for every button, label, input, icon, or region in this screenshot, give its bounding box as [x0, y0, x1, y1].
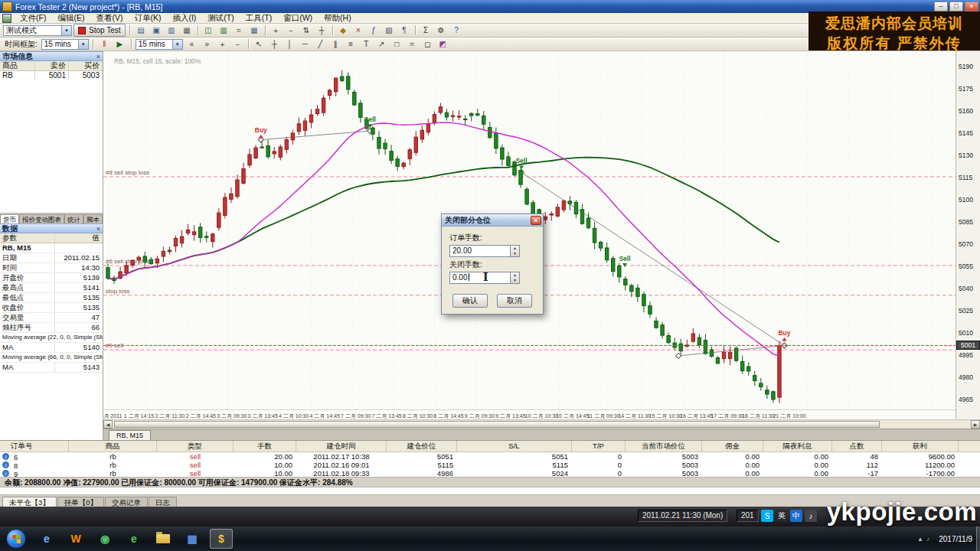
zoom-out-icon[interactable]: － [284, 24, 299, 37]
grid-icon[interactable]: ▦ [247, 24, 262, 37]
start-button[interactable] [6, 529, 26, 549]
dialog-titlebar[interactable]: 关闭部分仓位 × [442, 214, 543, 227]
save-project-icon[interactable]: ▣ [149, 24, 164, 37]
camera-icon[interactable]: ◉ [93, 529, 116, 549]
settings-icon[interactable]: ⚙ [434, 24, 449, 37]
menu-item[interactable]: 文件(F) [15, 13, 51, 24]
menu-item[interactable]: 工具(T) [240, 13, 277, 24]
eraser-icon[interactable]: ◻ [420, 37, 435, 51]
fibonacci-icon[interactable]: ≡ [344, 37, 358, 51]
menu-item[interactable]: 帮助(H) [318, 13, 357, 24]
time-axis[interactable]: 1 二月 20111 二月 14:152 二月 11:302 二月 14:453… [103, 409, 956, 420]
spinner-down-icon[interactable]: ▼ [511, 251, 519, 256]
crosshair-tool-icon[interactable]: ┼ [267, 37, 282, 51]
stop-test-button[interactable]: Stop Test [74, 24, 126, 37]
zoom-in-icon[interactable]: ＋ [269, 24, 283, 37]
scroll-left-icon[interactable]: ◀ [103, 420, 113, 429]
order-row[interactable]: i6rbsell20.002011.02.17 10:3850515051050… [0, 452, 980, 461]
orders-tab[interactable]: 未平仓【3】 [2, 497, 57, 507]
orders-tab[interactable]: 交易记录 [105, 497, 148, 507]
close-lots-input[interactable]: 0.00 [449, 272, 510, 284]
tray-expand-icon[interactable]: ▲ [917, 536, 923, 543]
maximize-icon[interactable]: □ [949, 2, 963, 11]
market-row[interactable]: RB50015003 [0, 71, 103, 80]
ime-icon[interactable]: 中 [790, 510, 802, 522]
bar-chart-icon[interactable]: ▥ [217, 24, 231, 37]
cursor-icon[interactable]: ↖ [252, 37, 266, 51]
menu-item[interactable]: 测试(T) [202, 13, 239, 24]
volume-icon[interactable]: ♪ [926, 536, 929, 543]
crosshair-icon[interactable]: ┼ [315, 24, 329, 37]
column-header[interactable]: 隔夜利息 [763, 441, 832, 452]
wps-icon[interactable]: W [64, 529, 87, 549]
test-mode-combo[interactable]: 测试模式 ▼ [3, 25, 72, 36]
notes-icon[interactable]: ¶ [397, 24, 412, 37]
cancel-button[interactable]: 取消 [497, 294, 532, 308]
export-data-icon[interactable]: ▥ [165, 24, 179, 37]
menu-item[interactable]: 插入(I) [167, 13, 201, 24]
taskbar-clock[interactable]: 2017/11/9 [939, 527, 972, 551]
volume-icon[interactable]: ♪ [805, 510, 817, 522]
orders-tab[interactable]: 日志 [149, 497, 177, 507]
spinner-down-icon[interactable]: ▼ [511, 278, 519, 283]
spinner-control[interactable]: ▲▼ [510, 272, 520, 284]
text-tool-icon[interactable]: T [359, 37, 374, 51]
close-icon[interactable]: × [96, 225, 100, 233]
column-header[interactable]: 订单号 [0, 441, 69, 452]
column-header[interactable]: 点数 [832, 441, 882, 452]
hline-icon[interactable]: ─ [298, 37, 312, 51]
jump-end-icon[interactable]: » [200, 37, 214, 51]
vertical-scale-icon[interactable]: ⇅ [299, 24, 314, 37]
palette-icon[interactable]: ◩ [436, 37, 450, 51]
system-tray[interactable]: ▲ ♪ [917, 527, 929, 551]
menu-item[interactable]: 查看(V) [90, 13, 128, 24]
close-position-icon[interactable]: × [351, 24, 366, 37]
column-header[interactable]: 建仓时间 [296, 441, 387, 452]
templates-icon[interactable]: ▧ [382, 24, 397, 37]
spinner-up-icon[interactable]: ▲ [511, 272, 519, 278]
forex-tester-icon[interactable]: $ [210, 529, 233, 549]
candle-chart-icon[interactable]: ◫ [201, 24, 216, 37]
column-header[interactable]: T/P [572, 441, 626, 452]
show-desktop-button[interactable] [976, 527, 980, 551]
zigzag-icon[interactable]: ≈ [405, 37, 420, 51]
trendline-icon[interactable]: ╱ [313, 37, 328, 51]
help-icon[interactable]: ? [449, 24, 464, 37]
folder-icon[interactable] [152, 529, 175, 549]
close-icon[interactable]: × [531, 216, 541, 225]
menu-item[interactable]: 编辑(E) [52, 13, 90, 24]
column-header[interactable]: 获利 [882, 441, 959, 452]
timeframe-combo[interactable]: 15 mins ▼ [41, 39, 89, 50]
browser-360-icon[interactable]: e [122, 529, 145, 549]
speed-up-icon[interactable]: ＋ [215, 37, 230, 51]
menu-item[interactable]: 窗口(W) [278, 13, 318, 24]
order-row[interactable]: i8rbsell10.002011.02.16 09:0151155115050… [0, 461, 980, 469]
scrollbar-thumb[interactable] [114, 421, 880, 428]
spinner-control[interactable]: ▲▼ [510, 245, 520, 257]
confirm-button[interactable]: 确认 [452, 294, 488, 308]
spinner-up-icon[interactable]: ▲ [511, 246, 519, 251]
skype-icon[interactable]: S [761, 510, 773, 522]
close-icon[interactable]: × [965, 2, 978, 11]
notes-app-icon[interactable]: ▦ [181, 529, 204, 549]
minimize-icon[interactable]: – [934, 2, 948, 11]
menu-item[interactable]: 订单(K) [129, 13, 166, 24]
chart-scrollbar[interactable]: ◀ ▶ [103, 419, 980, 429]
column-header[interactable]: 建仓价位 [387, 441, 457, 452]
ie-icon[interactable]: e [35, 529, 58, 549]
period-combo[interactable]: 15 mins ▼ [136, 39, 183, 50]
pause-icon[interactable]: ‖ [97, 37, 112, 51]
channel-icon[interactable]: ∥ [328, 37, 343, 51]
speed-down-icon[interactable]: － [230, 37, 245, 51]
step-forward-icon[interactable]: ▶ [113, 37, 127, 51]
open-project-icon[interactable]: ▤ [134, 24, 149, 37]
chart-tab-rb-m15[interactable]: RB, M15 [109, 430, 151, 441]
arrow-tool-icon[interactable]: ↗ [374, 37, 389, 51]
indicators-icon[interactable]: ƒ [367, 24, 381, 37]
column-header[interactable]: 当前市场价位 [626, 441, 702, 452]
column-header[interactable]: S/L [457, 441, 572, 452]
order-lots-input[interactable]: 20.00 [449, 245, 510, 257]
orders-tab[interactable]: 挂单【0】 [57, 497, 104, 507]
column-header[interactable]: 类型 [157, 441, 234, 452]
new-order-icon[interactable]: ◆ [336, 24, 351, 37]
